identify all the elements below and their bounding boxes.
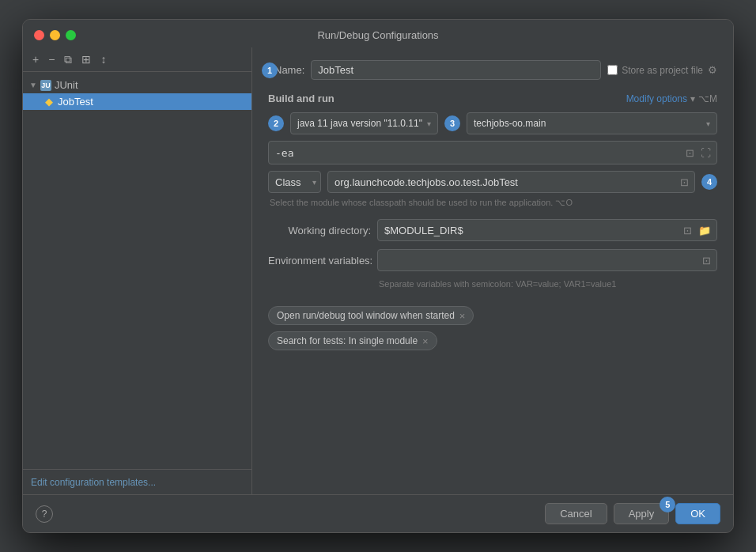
working-dir-icons: ⊡ 📁 xyxy=(682,223,713,238)
remove-configuration-button[interactable]: − xyxy=(45,52,58,66)
open-tool-window-label: Open run/debug tool window when started xyxy=(277,310,455,321)
dialog-title: Run/Debug Configurations xyxy=(317,29,438,41)
apply-button-wrapper: Apply 5 xyxy=(614,503,670,524)
ok-button[interactable]: OK xyxy=(675,503,720,524)
step-3-badge: 3 xyxy=(444,115,460,131)
sdk-label: java 11 java version "11.0.11" xyxy=(297,118,422,129)
module-label: techjobs-oo.main xyxy=(474,118,546,129)
class-help-text: Select the module whose classpath should… xyxy=(268,198,717,208)
search-for-tests-close-button[interactable]: × xyxy=(422,336,429,346)
modify-chevron-icon: ▾ xyxy=(690,93,695,104)
class-select-wrapper: Class ▾ xyxy=(268,171,321,193)
step-4-badge: 4 xyxy=(701,174,717,190)
class-type-select[interactable]: Class xyxy=(268,171,321,193)
chips-row: Open run/debug tool window when started … xyxy=(268,306,717,350)
search-for-tests-chip: Search for tests: In single module × xyxy=(268,331,437,350)
store-project-label: Store as project file xyxy=(622,65,703,76)
gear-icon: ⚙ xyxy=(708,64,717,76)
name-row: 1 Name: Store as project file ⚙ xyxy=(268,60,717,80)
modify-options-shortcut: ⌥M xyxy=(698,93,717,104)
sidebar-toolbar: + − ⧉ ⊞ ↕ xyxy=(23,47,251,72)
env-variables-row: Environment variables: ⊡ xyxy=(268,249,717,271)
args-icons: ⊡ ⛶ xyxy=(684,146,713,161)
args-expand-icon[interactable]: ⊡ xyxy=(684,146,696,161)
section-header: Build and run Modify options ▾ ⌥M xyxy=(268,93,717,104)
jobtest-tree-item[interactable]: ◆ JobTest xyxy=(23,93,251,110)
step-5-badge: 5 xyxy=(660,497,675,512)
store-project-row: Store as project file ⚙ xyxy=(607,64,717,76)
working-directory-label: Working directory: xyxy=(268,225,371,236)
copy-configuration-button[interactable]: ⧉ xyxy=(61,52,75,66)
env-variables-label: Environment variables: xyxy=(268,255,371,267)
working-directory-row: Working directory: ⊡ 📁 xyxy=(268,219,717,241)
open-tool-window-close-button[interactable]: × xyxy=(459,311,466,321)
search-for-tests-label: Search for tests: In single module xyxy=(277,335,418,346)
args-fullscreen-icon[interactable]: ⛶ xyxy=(699,146,713,161)
chevron-down-icon: ▼ xyxy=(29,81,37,89)
sdk-dropdown-arrow: ▾ xyxy=(427,119,431,128)
sidebar-tree: ▼ JU JUnit ◆ JobTest xyxy=(23,72,251,469)
class-row: Class ▾ ⊡ 4 xyxy=(268,171,717,193)
main-content: + − ⧉ ⊞ ↕ ▼ JU JUnit ◆ JobTest xyxy=(23,47,733,494)
maximize-button[interactable] xyxy=(66,30,76,40)
store-project-checkbox-label[interactable]: Store as project file xyxy=(607,65,703,76)
test-class-icon: ◆ xyxy=(45,96,53,108)
args-input[interactable] xyxy=(268,141,717,164)
name-input[interactable] xyxy=(311,60,601,80)
traffic-lights xyxy=(34,30,76,40)
modify-options-area: Modify options ▾ ⌥M xyxy=(626,93,717,104)
sdk-module-row: 2 java 11 java version "11.0.11" ▾ 3 tec… xyxy=(268,112,717,134)
sort-configuration-button[interactable]: ↕ xyxy=(97,52,109,66)
move-configuration-button[interactable]: ⊞ xyxy=(78,52,94,66)
env-browse-icon[interactable]: ⊡ xyxy=(701,253,713,268)
working-directory-input-wrapper: ⊡ 📁 xyxy=(377,219,717,241)
working-directory-input[interactable] xyxy=(377,219,717,241)
args-row: ⊡ ⛶ xyxy=(268,141,717,164)
junit-group: ▼ JU JUnit ◆ JobTest xyxy=(23,75,251,112)
junit-icon: JU xyxy=(40,80,51,91)
env-variables-input[interactable] xyxy=(377,249,717,271)
store-project-checkbox[interactable] xyxy=(607,65,618,75)
junit-group-header[interactable]: ▼ JU JUnit xyxy=(23,77,251,93)
run-debug-dialog: Run/Debug Configurations + − ⧉ ⊞ ↕ ▼ JU … xyxy=(22,19,734,533)
jobtest-label: JobTest xyxy=(58,96,93,108)
step-2-badge: 2 xyxy=(268,115,284,131)
sidebar: + − ⧉ ⊞ ↕ ▼ JU JUnit ◆ JobTest xyxy=(23,47,252,494)
working-dir-expand-icon[interactable]: ⊡ xyxy=(682,223,694,238)
junit-group-label: JUnit xyxy=(55,79,78,91)
help-button[interactable]: ? xyxy=(36,505,53,523)
bottom-buttons: Cancel Apply 5 OK xyxy=(545,503,720,524)
env-variables-input-wrapper: ⊡ xyxy=(377,249,717,271)
step-1-badge: 1 xyxy=(262,62,278,78)
sidebar-footer: Edit configuration templates... xyxy=(23,469,251,494)
title-bar: Run/Debug Configurations xyxy=(23,20,733,47)
name-label: Name: xyxy=(274,64,304,76)
add-configuration-button[interactable]: + xyxy=(29,52,42,66)
class-input[interactable] xyxy=(327,171,695,193)
open-tool-window-chip: Open run/debug tool window when started … xyxy=(268,306,474,325)
build-run-title: Build and run xyxy=(268,93,335,104)
module-dropdown[interactable]: techjobs-oo.main ▾ xyxy=(467,112,717,134)
class-input-wrapper: ⊡ xyxy=(327,171,695,193)
class-browse-icon[interactable]: ⊡ xyxy=(679,175,690,190)
right-panel: 1 Name: Store as project file ⚙ Build an… xyxy=(252,47,733,494)
module-dropdown-arrow: ▾ xyxy=(706,119,710,128)
close-button[interactable] xyxy=(34,30,44,40)
minimize-button[interactable] xyxy=(50,30,60,40)
cancel-button[interactable]: Cancel xyxy=(545,503,607,524)
bottom-bar: ? Cancel Apply 5 OK xyxy=(23,494,733,532)
modify-options-link[interactable]: Modify options xyxy=(626,93,687,104)
sdk-dropdown[interactable]: java 11 java version "11.0.11" ▾ xyxy=(290,112,438,134)
env-help-text: Separate variables with semicolon: VAR=v… xyxy=(268,279,717,289)
edit-configuration-templates-link[interactable]: Edit configuration templates... xyxy=(31,477,156,488)
working-dir-folder-icon[interactable]: 📁 xyxy=(697,223,713,238)
env-icons: ⊡ xyxy=(701,253,713,268)
